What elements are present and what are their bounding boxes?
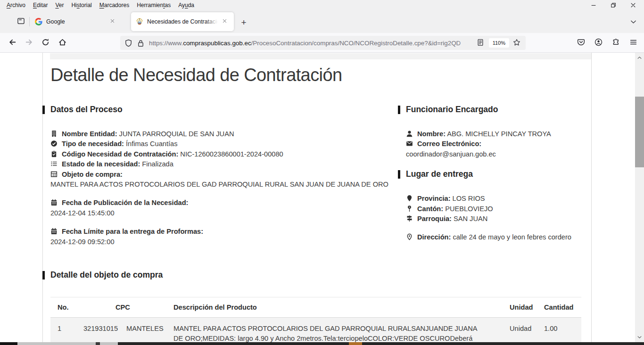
table-icon [50, 171, 58, 178]
bottom-strip-segment [96, 342, 100, 345]
chevron-down-icon [630, 18, 637, 27]
field-label: Tipo de necesidad: [62, 140, 124, 148]
field-value: SAN JUAN [452, 215, 487, 222]
restore-button[interactable] [603, 0, 623, 12]
tab-title: Necesidades de Contratación y [147, 18, 218, 25]
tab-google[interactable]: Google [30, 12, 122, 31]
section-title: Detalle del objeto de compra [50, 270, 163, 280]
menu-ayuda[interactable]: Ayuda [174, 0, 198, 10]
zoom-level-badge[interactable]: 110% [489, 38, 509, 48]
bottom-strip-segment [17, 342, 118, 345]
column-header-unidad: Unidad [502, 297, 537, 318]
url-domain: compraspublicas.gob.ec [183, 40, 251, 47]
navigation-toolbar: https://www.compraspublicas.gob.ec/Proce… [0, 33, 644, 53]
reload-button[interactable] [38, 35, 53, 50]
field-estado-de-la-necesidad: Estado de la necesidad: Finalizada [50, 159, 395, 169]
field-label: Fecha Límite para la entrega de Proforma… [62, 228, 203, 235]
field-label: Nombre Entidad: [62, 130, 117, 138]
section-title: Funcionario Encargado [406, 105, 498, 115]
field-label: Cantón: [417, 205, 443, 213]
menu-ver[interactable]: Ver [51, 0, 67, 10]
account-button[interactable] [591, 35, 605, 50]
forward-button[interactable] [21, 35, 36, 50]
datos-proceso-fields: Nombre Entidad: JUNTA PARROQUIAL DE SAN … [50, 129, 395, 247]
tab-close-button[interactable] [220, 17, 229, 26]
new-tab-button[interactable]: + [238, 16, 250, 29]
table-cell: 1 [50, 318, 80, 343]
detalle-objeto-table: No.CPCDescripción del ProductoUnidadCant… [50, 297, 581, 342]
page-header-strip [50, 53, 591, 59]
field-value: 2024-12-09 09:52:00 [50, 237, 395, 247]
extensions-icon [612, 38, 620, 48]
table-cell: Unidad [502, 318, 537, 343]
tab-necesidades-contratacion[interactable]: Necesidades de Contratación y [131, 12, 234, 31]
tab-close-button[interactable] [107, 17, 117, 26]
home-icon [58, 38, 66, 48]
field-tipo-de-necesidad: Tipo de necesidad: Ínfimas Cuantías [50, 139, 395, 149]
reader-mode-icon[interactable] [477, 39, 485, 47]
menu-button[interactable] [626, 35, 640, 50]
pocket-icon [577, 38, 585, 48]
list-icon [50, 160, 58, 167]
url-text[interactable]: https://www.compraspublicas.gob.ec/Proce… [149, 40, 477, 47]
lock-icon[interactable] [137, 39, 145, 47]
clipboard-check-icon [50, 150, 58, 157]
close-window-button[interactable] [623, 0, 643, 12]
bookmark-star-icon[interactable] [513, 39, 521, 47]
table-row: 1321931015MANTELESMANTEL PARA ACTOS PROT… [50, 318, 581, 343]
menu-icon [629, 38, 637, 48]
map-marker-alt-icon [406, 233, 413, 240]
field-direccion: Dirección: calle 24 de mayo y leon febre… [406, 232, 592, 242]
url-bar[interactable]: https://www.compraspublicas.gob.ec/Proce… [120, 36, 526, 50]
firefox-view-button[interactable] [14, 15, 27, 28]
field-label: Estado de la necesidad: [62, 160, 140, 168]
scroll-down-icon[interactable] [635, 333, 644, 341]
envelope-icon [406, 140, 413, 147]
map-signs-icon [406, 215, 413, 222]
window-controls [584, 0, 643, 12]
bottom-strip-segment [349, 342, 362, 345]
scroll-up-icon[interactable] [635, 54, 644, 62]
funcionario-fields: Nombre: ABG. MICHELLY PINCAY TROYACorreo… [406, 129, 592, 159]
shield-icon[interactable] [124, 39, 132, 47]
menu-herramientas[interactable]: Herramientas [133, 0, 174, 10]
close-icon [110, 18, 115, 25]
account-icon [594, 38, 603, 48]
field-value: calle 24 de mayo y leon febres cordero [451, 233, 571, 241]
section-lugar-entrega: Lugar de entrega [398, 169, 592, 179]
menu-historial[interactable]: Historial [67, 0, 95, 10]
field-label: Objeto de compra: [62, 171, 123, 178]
extensions-button[interactable] [609, 35, 623, 50]
google-favicon [35, 18, 42, 25]
field-label: Parroquia: [417, 215, 452, 222]
forward-icon [25, 38, 33, 48]
home-button[interactable] [55, 35, 70, 50]
menu-marcadores[interactable]: Marcadores [96, 0, 133, 10]
list-all-tabs-button[interactable] [627, 16, 639, 29]
map-marker-icon [406, 195, 413, 202]
scrollbar-thumb[interactable] [635, 97, 644, 167]
check-circle-icon [50, 140, 58, 147]
menu-editar[interactable]: Editar [29, 0, 51, 10]
field-value: JUNTA PARROQUIAL DE SAN JUAN [117, 130, 234, 138]
section-bar [42, 271, 45, 279]
back-icon [8, 38, 17, 48]
bottom-window-edge [0, 342, 644, 345]
firefox-view-icon [17, 17, 25, 27]
page-title: Detalle de Necesidad de Contratación [50, 65, 342, 85]
url-path: /ProcesoContratacion/compras/NCO/NCORegi… [251, 40, 461, 47]
back-button[interactable] [5, 35, 20, 50]
pocket-button[interactable] [574, 35, 588, 50]
vertical-scrollbar[interactable] [635, 53, 644, 342]
column-header-cpc: CPC [80, 297, 173, 318]
menu-archivo[interactable]: Archivo [3, 0, 29, 10]
field-label: Provincia: [417, 195, 451, 202]
minimize-icon [590, 2, 597, 10]
minimize-button[interactable] [584, 0, 603, 12]
field-nombre: Nombre: ABG. MICHELLY PINCAY TROYA [406, 129, 592, 139]
close-icon [222, 18, 227, 25]
reload-icon [41, 38, 50, 48]
table-cell: MANTELES [124, 318, 173, 343]
section-funcionario-encargado: Funcionario Encargado [398, 105, 592, 115]
field-value: 2024-12-04 15:45:00 [50, 208, 395, 218]
